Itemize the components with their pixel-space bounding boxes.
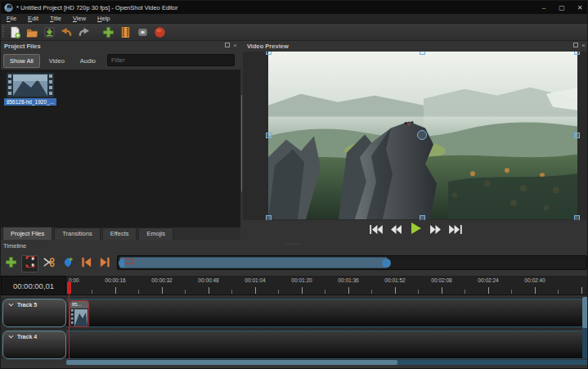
track-lane-track-4[interactable] bbox=[66, 331, 583, 359]
float-panel-icon[interactable] bbox=[225, 43, 230, 47]
filter-tab-audio[interactable]: Audio bbox=[74, 54, 102, 68]
ruler-tick bbox=[581, 287, 582, 294]
transform-handle-bottom-left[interactable] bbox=[266, 215, 272, 220]
playhead-position-display: 00:00:00,01 bbox=[1, 276, 66, 295]
transform-handle-top-right[interactable] bbox=[574, 52, 580, 55]
ruler-tick bbox=[278, 290, 279, 294]
zoom-slider-range[interactable] bbox=[119, 257, 388, 268]
playhead-marker[interactable] bbox=[67, 281, 71, 294]
play-button[interactable] bbox=[408, 224, 424, 236]
menu-edit[interactable]: Edit bbox=[22, 14, 44, 24]
transform-handle-mid-right[interactable] bbox=[574, 133, 580, 138]
toolbar-grip[interactable] bbox=[2, 26, 4, 38]
file-name: 856128-hd_1920_... bbox=[4, 98, 56, 106]
add-marker-button[interactable] bbox=[59, 255, 76, 272]
timeline-vertical-scrollbar[interactable] bbox=[582, 297, 588, 359]
filter-tab-show-all[interactable]: Show All bbox=[3, 54, 40, 68]
float-panel-icon[interactable] bbox=[573, 43, 578, 47]
timeline-horizontal-scrollbar[interactable] bbox=[66, 360, 588, 365]
import-files-button[interactable] bbox=[100, 25, 117, 39]
transform-handle-center[interactable] bbox=[417, 130, 427, 140]
file-item[interactable]: 856128-hd_1920_... bbox=[4, 73, 56, 106]
transform-handle-top-left[interactable] bbox=[266, 52, 272, 55]
new-project-button[interactable] bbox=[7, 25, 24, 39]
transform-handle-top-center[interactable] bbox=[420, 52, 425, 55]
maximize-button[interactable]: ▢ bbox=[553, 1, 571, 14]
choose-profile-button[interactable] bbox=[117, 25, 134, 39]
choose-profile-icon bbox=[119, 26, 132, 38]
jump-to-start-button[interactable] bbox=[369, 224, 384, 236]
timeline-clip[interactable]: 85... bbox=[70, 300, 89, 327]
filter-tab-video[interactable]: Video bbox=[43, 54, 71, 68]
horizontal-splitter[interactable]: ······ bbox=[285, 241, 302, 247]
add-track-button[interactable] bbox=[2, 255, 20, 272]
menu-view[interactable]: View bbox=[67, 14, 92, 24]
export-video-button[interactable] bbox=[151, 25, 168, 39]
rewind-button[interactable] bbox=[388, 224, 404, 236]
ruler-label: 00:02:40 bbox=[524, 277, 545, 283]
tab-transitions[interactable]: Transitions bbox=[54, 227, 100, 240]
chevron-down-icon[interactable] bbox=[8, 302, 14, 308]
ruler-tick bbox=[488, 287, 489, 294]
dock-tabs: Project FilesTransitionsEffectsEmojis bbox=[1, 227, 240, 240]
redo-button[interactable] bbox=[75, 25, 92, 39]
filter-input[interactable] bbox=[107, 54, 235, 66]
razor-button[interactable] bbox=[40, 255, 57, 272]
transform-handle-bottom-right[interactable] bbox=[574, 215, 580, 220]
previous-marker-icon bbox=[80, 256, 92, 272]
menu-file[interactable]: File bbox=[1, 14, 22, 24]
track-header-track-5[interactable]: Track 5 bbox=[2, 299, 66, 327]
open-project-icon bbox=[26, 26, 38, 38]
menu-help[interactable]: Help bbox=[92, 14, 115, 24]
ruler-tick bbox=[348, 287, 349, 294]
track-row: Track 4 bbox=[1, 331, 588, 359]
new-project-icon bbox=[9, 26, 21, 38]
jump-to-end-button[interactable] bbox=[447, 224, 463, 236]
razor-icon bbox=[43, 256, 55, 272]
undo-icon bbox=[61, 26, 73, 38]
import-files-icon bbox=[102, 26, 114, 38]
ruler-tick bbox=[138, 290, 139, 294]
next-marker-button[interactable] bbox=[97, 255, 114, 272]
next-marker-icon bbox=[99, 256, 111, 272]
save-project-button[interactable] bbox=[41, 25, 58, 39]
fast-forward-icon bbox=[429, 223, 442, 237]
open-project-button[interactable] bbox=[24, 25, 41, 39]
ruler-tick bbox=[115, 287, 116, 294]
title-bar: * Untitled Project [HD 720p 30 fps] - Op… bbox=[1, 1, 588, 14]
transform-handle-mid-left[interactable] bbox=[266, 133, 272, 138]
fullscreen-button[interactable] bbox=[134, 25, 151, 39]
tab-effects[interactable]: Effects bbox=[102, 227, 137, 240]
hscroll-thumb[interactable] bbox=[66, 360, 397, 365]
track-lane-track-5[interactable]: 85... bbox=[66, 299, 583, 327]
timeline-ruler[interactable]: 0:0000:00:1600:00:3200:00:4800:01:0400:0… bbox=[66, 276, 588, 295]
video-preview-panel: Video Preview × bbox=[243, 41, 588, 240]
openshot-window: * Untitled Project [HD 720p 30 fps] - Op… bbox=[0, 0, 588, 369]
zoom-slider-right-handle[interactable] bbox=[382, 259, 391, 268]
timeline-zoom-slider[interactable] bbox=[117, 255, 587, 270]
transform-handle-bottom-center[interactable] bbox=[420, 215, 425, 220]
track-header-track-4[interactable]: Track 4 bbox=[2, 331, 66, 359]
project-files-list: 856128-hd_1920_... bbox=[1, 70, 240, 227]
undo-button[interactable] bbox=[58, 25, 75, 39]
save-project-icon bbox=[43, 26, 56, 38]
tab-emojis[interactable]: Emojis bbox=[138, 227, 173, 240]
ruler-tick bbox=[325, 290, 325, 294]
snapping-button[interactable] bbox=[21, 255, 38, 272]
ruler-tick bbox=[231, 290, 232, 294]
menu-title[interactable]: Title bbox=[44, 14, 67, 24]
close-button[interactable]: ✕ bbox=[571, 1, 588, 14]
add-marker-icon bbox=[62, 256, 74, 271]
ruler-label: 00:01:52 bbox=[384, 277, 405, 283]
fast-forward-button[interactable] bbox=[428, 224, 443, 236]
project-files-panel-title: Project Files bbox=[4, 41, 41, 52]
tab-project-files[interactable]: Project Files bbox=[2, 227, 52, 240]
previous-marker-button[interactable] bbox=[78, 255, 95, 272]
zoom-slider-left-handle[interactable] bbox=[119, 259, 124, 268]
close-panel-icon[interactable]: × bbox=[233, 43, 237, 48]
chevron-down-icon[interactable] bbox=[8, 334, 14, 340]
ruler-tick bbox=[255, 287, 256, 294]
minimize-button[interactable]: – bbox=[535, 1, 553, 14]
close-panel-icon[interactable]: × bbox=[581, 43, 586, 48]
vscroll-thumb[interactable] bbox=[582, 297, 588, 328]
